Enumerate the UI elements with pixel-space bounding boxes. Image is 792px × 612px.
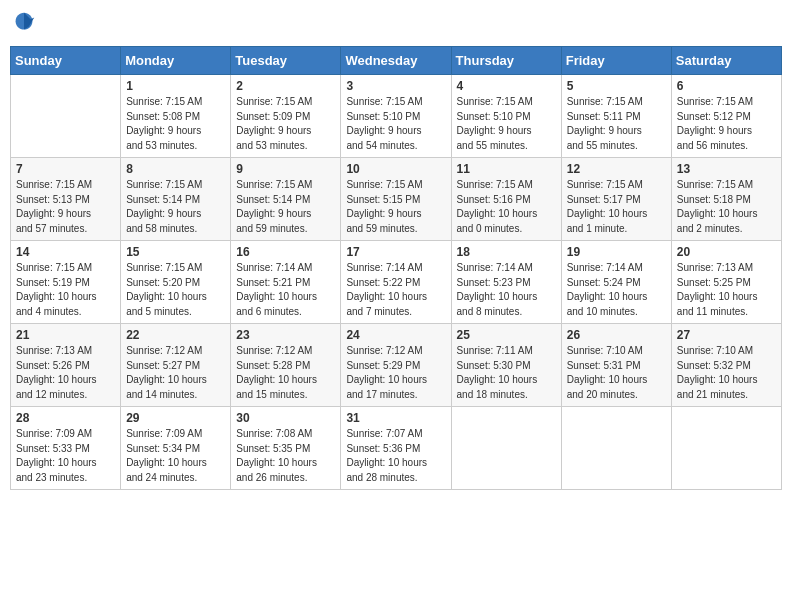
day-info: Sunrise: 7:15 AMSunset: 5:10 PMDaylight:… bbox=[346, 95, 445, 153]
logo-icon bbox=[10, 10, 38, 38]
day-number: 16 bbox=[236, 245, 335, 259]
day-info: Sunrise: 7:08 AMSunset: 5:35 PMDaylight:… bbox=[236, 427, 335, 485]
day-info: Sunrise: 7:15 AMSunset: 5:14 PMDaylight:… bbox=[236, 178, 335, 236]
day-info: Sunrise: 7:12 AMSunset: 5:28 PMDaylight:… bbox=[236, 344, 335, 402]
weekday-header-tuesday: Tuesday bbox=[231, 47, 341, 75]
day-info: Sunrise: 7:15 AMSunset: 5:12 PMDaylight:… bbox=[677, 95, 776, 153]
day-number: 3 bbox=[346, 79, 445, 93]
day-number: 22 bbox=[126, 328, 225, 342]
day-number: 1 bbox=[126, 79, 225, 93]
calendar-cell: 18Sunrise: 7:14 AMSunset: 5:23 PMDayligh… bbox=[451, 241, 561, 324]
day-info: Sunrise: 7:15 AMSunset: 5:15 PMDaylight:… bbox=[346, 178, 445, 236]
day-info: Sunrise: 7:15 AMSunset: 5:13 PMDaylight:… bbox=[16, 178, 115, 236]
day-info: Sunrise: 7:12 AMSunset: 5:29 PMDaylight:… bbox=[346, 344, 445, 402]
day-info: Sunrise: 7:15 AMSunset: 5:08 PMDaylight:… bbox=[126, 95, 225, 153]
calendar-cell: 2Sunrise: 7:15 AMSunset: 5:09 PMDaylight… bbox=[231, 75, 341, 158]
week-row-2: 7Sunrise: 7:15 AMSunset: 5:13 PMDaylight… bbox=[11, 158, 782, 241]
calendar-cell: 14Sunrise: 7:15 AMSunset: 5:19 PMDayligh… bbox=[11, 241, 121, 324]
day-info: Sunrise: 7:07 AMSunset: 5:36 PMDaylight:… bbox=[346, 427, 445, 485]
day-info: Sunrise: 7:14 AMSunset: 5:21 PMDaylight:… bbox=[236, 261, 335, 319]
calendar-cell: 22Sunrise: 7:12 AMSunset: 5:27 PMDayligh… bbox=[121, 324, 231, 407]
day-info: Sunrise: 7:15 AMSunset: 5:14 PMDaylight:… bbox=[126, 178, 225, 236]
calendar-cell: 27Sunrise: 7:10 AMSunset: 5:32 PMDayligh… bbox=[671, 324, 781, 407]
logo bbox=[10, 10, 42, 38]
calendar-cell: 4Sunrise: 7:15 AMSunset: 5:10 PMDaylight… bbox=[451, 75, 561, 158]
day-number: 9 bbox=[236, 162, 335, 176]
calendar-cell: 10Sunrise: 7:15 AMSunset: 5:15 PMDayligh… bbox=[341, 158, 451, 241]
calendar-cell: 15Sunrise: 7:15 AMSunset: 5:20 PMDayligh… bbox=[121, 241, 231, 324]
day-number: 24 bbox=[346, 328, 445, 342]
day-number: 7 bbox=[16, 162, 115, 176]
day-info: Sunrise: 7:15 AMSunset: 5:10 PMDaylight:… bbox=[457, 95, 556, 153]
day-info: Sunrise: 7:11 AMSunset: 5:30 PMDaylight:… bbox=[457, 344, 556, 402]
calendar-cell: 25Sunrise: 7:11 AMSunset: 5:30 PMDayligh… bbox=[451, 324, 561, 407]
day-number: 20 bbox=[677, 245, 776, 259]
day-info: Sunrise: 7:15 AMSunset: 5:20 PMDaylight:… bbox=[126, 261, 225, 319]
calendar-cell bbox=[561, 407, 671, 490]
day-info: Sunrise: 7:09 AMSunset: 5:33 PMDaylight:… bbox=[16, 427, 115, 485]
day-info: Sunrise: 7:09 AMSunset: 5:34 PMDaylight:… bbox=[126, 427, 225, 485]
day-info: Sunrise: 7:13 AMSunset: 5:26 PMDaylight:… bbox=[16, 344, 115, 402]
day-number: 8 bbox=[126, 162, 225, 176]
calendar-cell: 26Sunrise: 7:10 AMSunset: 5:31 PMDayligh… bbox=[561, 324, 671, 407]
calendar-cell: 11Sunrise: 7:15 AMSunset: 5:16 PMDayligh… bbox=[451, 158, 561, 241]
calendar-header: SundayMondayTuesdayWednesdayThursdayFrid… bbox=[11, 47, 782, 75]
calendar-cell bbox=[451, 407, 561, 490]
day-number: 30 bbox=[236, 411, 335, 425]
day-number: 2 bbox=[236, 79, 335, 93]
day-info: Sunrise: 7:10 AMSunset: 5:32 PMDaylight:… bbox=[677, 344, 776, 402]
day-number: 17 bbox=[346, 245, 445, 259]
week-row-4: 21Sunrise: 7:13 AMSunset: 5:26 PMDayligh… bbox=[11, 324, 782, 407]
day-info: Sunrise: 7:15 AMSunset: 5:16 PMDaylight:… bbox=[457, 178, 556, 236]
calendar-cell: 24Sunrise: 7:12 AMSunset: 5:29 PMDayligh… bbox=[341, 324, 451, 407]
day-number: 29 bbox=[126, 411, 225, 425]
week-row-1: 1Sunrise: 7:15 AMSunset: 5:08 PMDaylight… bbox=[11, 75, 782, 158]
day-number: 19 bbox=[567, 245, 666, 259]
page-header bbox=[10, 10, 782, 38]
day-number: 28 bbox=[16, 411, 115, 425]
calendar-cell bbox=[671, 407, 781, 490]
weekday-header-saturday: Saturday bbox=[671, 47, 781, 75]
day-number: 4 bbox=[457, 79, 556, 93]
calendar-body: 1Sunrise: 7:15 AMSunset: 5:08 PMDaylight… bbox=[11, 75, 782, 490]
day-info: Sunrise: 7:15 AMSunset: 5:17 PMDaylight:… bbox=[567, 178, 666, 236]
calendar-cell: 20Sunrise: 7:13 AMSunset: 5:25 PMDayligh… bbox=[671, 241, 781, 324]
day-number: 10 bbox=[346, 162, 445, 176]
calendar-cell: 19Sunrise: 7:14 AMSunset: 5:24 PMDayligh… bbox=[561, 241, 671, 324]
calendar-cell: 6Sunrise: 7:15 AMSunset: 5:12 PMDaylight… bbox=[671, 75, 781, 158]
calendar-cell: 28Sunrise: 7:09 AMSunset: 5:33 PMDayligh… bbox=[11, 407, 121, 490]
calendar-cell: 7Sunrise: 7:15 AMSunset: 5:13 PMDaylight… bbox=[11, 158, 121, 241]
day-info: Sunrise: 7:12 AMSunset: 5:27 PMDaylight:… bbox=[126, 344, 225, 402]
day-number: 13 bbox=[677, 162, 776, 176]
day-info: Sunrise: 7:10 AMSunset: 5:31 PMDaylight:… bbox=[567, 344, 666, 402]
calendar-cell: 12Sunrise: 7:15 AMSunset: 5:17 PMDayligh… bbox=[561, 158, 671, 241]
calendar-table: SundayMondayTuesdayWednesdayThursdayFrid… bbox=[10, 46, 782, 490]
day-number: 31 bbox=[346, 411, 445, 425]
day-info: Sunrise: 7:15 AMSunset: 5:11 PMDaylight:… bbox=[567, 95, 666, 153]
day-number: 21 bbox=[16, 328, 115, 342]
calendar-cell: 17Sunrise: 7:14 AMSunset: 5:22 PMDayligh… bbox=[341, 241, 451, 324]
calendar-cell: 5Sunrise: 7:15 AMSunset: 5:11 PMDaylight… bbox=[561, 75, 671, 158]
week-row-5: 28Sunrise: 7:09 AMSunset: 5:33 PMDayligh… bbox=[11, 407, 782, 490]
day-info: Sunrise: 7:15 AMSunset: 5:19 PMDaylight:… bbox=[16, 261, 115, 319]
weekday-header-monday: Monday bbox=[121, 47, 231, 75]
day-number: 5 bbox=[567, 79, 666, 93]
day-info: Sunrise: 7:14 AMSunset: 5:23 PMDaylight:… bbox=[457, 261, 556, 319]
weekday-header-friday: Friday bbox=[561, 47, 671, 75]
day-info: Sunrise: 7:13 AMSunset: 5:25 PMDaylight:… bbox=[677, 261, 776, 319]
day-info: Sunrise: 7:14 AMSunset: 5:24 PMDaylight:… bbox=[567, 261, 666, 319]
weekday-header-row: SundayMondayTuesdayWednesdayThursdayFrid… bbox=[11, 47, 782, 75]
day-info: Sunrise: 7:14 AMSunset: 5:22 PMDaylight:… bbox=[346, 261, 445, 319]
weekday-header-wednesday: Wednesday bbox=[341, 47, 451, 75]
calendar-cell: 21Sunrise: 7:13 AMSunset: 5:26 PMDayligh… bbox=[11, 324, 121, 407]
day-number: 11 bbox=[457, 162, 556, 176]
calendar-cell: 1Sunrise: 7:15 AMSunset: 5:08 PMDaylight… bbox=[121, 75, 231, 158]
day-number: 18 bbox=[457, 245, 556, 259]
day-number: 6 bbox=[677, 79, 776, 93]
calendar-cell: 9Sunrise: 7:15 AMSunset: 5:14 PMDaylight… bbox=[231, 158, 341, 241]
day-number: 15 bbox=[126, 245, 225, 259]
calendar-cell bbox=[11, 75, 121, 158]
week-row-3: 14Sunrise: 7:15 AMSunset: 5:19 PMDayligh… bbox=[11, 241, 782, 324]
calendar-cell: 8Sunrise: 7:15 AMSunset: 5:14 PMDaylight… bbox=[121, 158, 231, 241]
day-number: 26 bbox=[567, 328, 666, 342]
